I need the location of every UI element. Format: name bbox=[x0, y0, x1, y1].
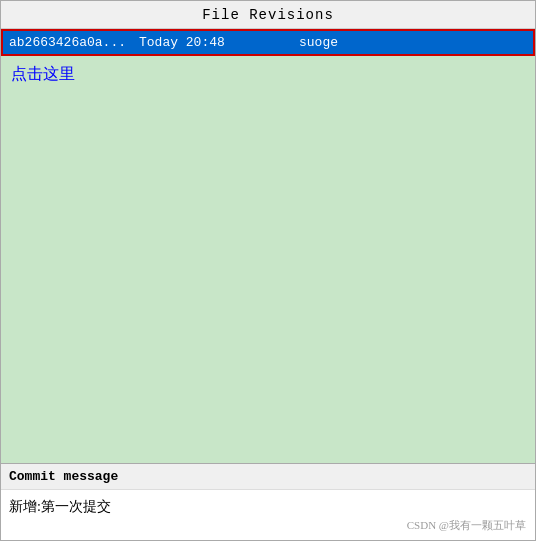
commit-section: Commit message 新增:第一次提交 bbox=[1, 463, 535, 540]
window-title: File Revisions bbox=[202, 7, 334, 23]
revision-author: suoge bbox=[299, 35, 338, 50]
revision-hash: ab2663426a0a... bbox=[9, 35, 139, 50]
revision-row[interactable]: ab2663426a0a... Today 20:48 suoge bbox=[1, 29, 535, 56]
commit-message-label: Commit message bbox=[1, 464, 535, 490]
revisions-list[interactable]: ab2663426a0a... Today 20:48 suoge 点击这里 bbox=[1, 29, 535, 463]
file-revisions-window: File Revisions ab2663426a0a... Today 20:… bbox=[0, 0, 536, 541]
click-hint-label: 点击这里 bbox=[1, 56, 535, 93]
commit-message-text: 新增:第一次提交 bbox=[1, 490, 535, 540]
revision-date: Today 20:48 bbox=[139, 35, 299, 50]
title-bar: File Revisions bbox=[1, 1, 535, 29]
